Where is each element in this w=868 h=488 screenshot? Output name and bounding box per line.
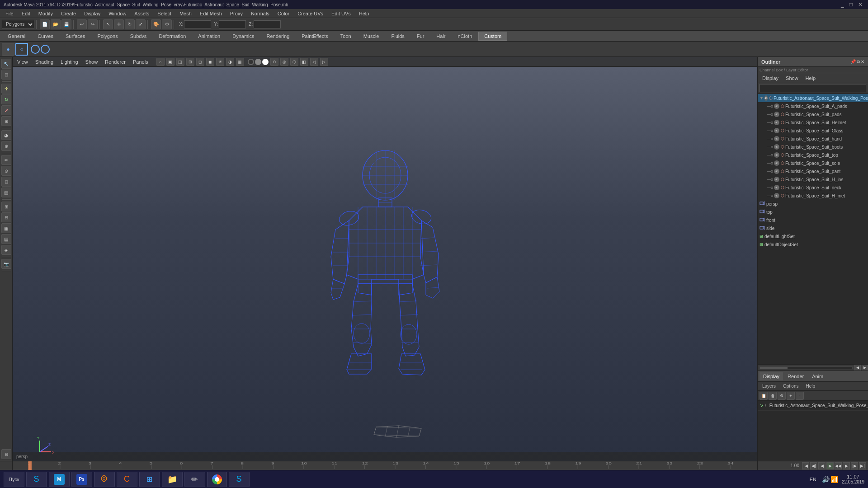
visibility-icon-13[interactable]: 👁	[774, 193, 779, 198]
visibility-icon-5[interactable]: 👁	[774, 128, 779, 133]
tab-deformation[interactable]: Deformation	[153, 32, 192, 41]
layer-attrs-btn[interactable]: ⚙	[778, 392, 786, 400]
layer-item-1[interactable]: V / Futuristic_Astronaut_Space_Suit_Walk…	[758, 401, 868, 411]
tree-item-pant[interactable]: —o 👁 ⬡ Futuristic_Space_Suit_pant	[758, 167, 868, 175]
tab-dynamics[interactable]: Dynamics	[226, 32, 260, 41]
move-tool-btn[interactable]: ✛	[114, 19, 124, 29]
prev-key-btn[interactable]: ◀|	[810, 462, 817, 469]
trax-editor-btn[interactable]: ▤	[1, 234, 11, 244]
tab-toon[interactable]: Toon	[335, 32, 357, 41]
vp-icon-step[interactable]: ◧	[300, 58, 308, 66]
blend-shape-btn[interactable]: ◈	[1, 245, 11, 255]
minimize-btn[interactable]: _	[839, 1, 846, 8]
visibility-icon-12[interactable]: 👁	[774, 185, 779, 190]
outliner-scroll-h[interactable]: ◀ ▶	[758, 364, 868, 371]
visibility-icon[interactable]: 👁	[764, 95, 768, 101]
layer-add-btn[interactable]: +	[787, 392, 795, 400]
undo-btn[interactable]: ↩	[77, 19, 87, 29]
outliner-search-input[interactable]	[760, 84, 866, 92]
menu-help[interactable]: Help	[355, 10, 373, 17]
close-btn[interactable]: ✕	[856, 1, 864, 8]
select-tool-btn[interactable]: ↖	[103, 19, 113, 29]
layer-tab-anim[interactable]: Anim	[808, 372, 827, 380]
graph-editor-btn[interactable]: ⊟	[1, 212, 11, 222]
render-btn[interactable]: 🎨	[151, 19, 161, 29]
outliner-float-btn[interactable]: ⧉	[857, 59, 860, 65]
render-region-btn[interactable]: ▨	[1, 188, 11, 197]
vp-icon-prev[interactable]: ◁	[310, 58, 318, 66]
tree-item-hmet[interactable]: —o 👁 ⬡ Futuristic_Space_Suit_H_met	[758, 192, 868, 200]
tab-hair[interactable]: Hair	[430, 32, 451, 41]
vp-menu-lighting[interactable]: Lighting	[58, 58, 81, 66]
go-end-btn[interactable]: ▶|	[859, 462, 866, 469]
y-input[interactable]	[219, 20, 246, 28]
play-btn[interactable]: ▶	[826, 462, 834, 469]
otab-show[interactable]: Show	[783, 75, 801, 82]
visibility-icon-11[interactable]: 👁	[774, 177, 779, 182]
rotate-btn[interactable]: ↻	[1, 94, 11, 104]
menu-proxy[interactable]: Proxy	[226, 10, 246, 17]
menu-normals[interactable]: Normals	[247, 10, 273, 17]
menu-file[interactable]: File	[2, 10, 17, 17]
outliner-pin-btn[interactable]: 📌	[850, 59, 856, 65]
vp-icon-cam[interactable]: ◫	[176, 58, 184, 66]
vp-menu-renderer[interactable]: Renderer	[102, 58, 128, 66]
menu-assets[interactable]: Assets	[131, 10, 153, 17]
visibility-icon-3[interactable]: 👁	[774, 112, 779, 117]
timeline-ruler[interactable]: 1 2 3 4 5 6 7 8 9	[13, 461, 757, 470]
menu-color[interactable]: Color	[274, 10, 293, 17]
layer-remove-btn[interactable]: -	[796, 392, 804, 400]
vp-icon-resolution[interactable]: ⊙	[270, 58, 278, 66]
open-file-btn[interactable]: 📂	[51, 19, 61, 29]
tree-item-persp[interactable]: persp	[758, 200, 868, 208]
tab-fur[interactable]: Fur	[411, 32, 430, 41]
tree-item-sole[interactable]: —o 👁 ⬡ Futuristic_Space_Suit_sole	[758, 159, 868, 167]
tab-muscle[interactable]: Muscle	[358, 32, 385, 41]
cloth-btn[interactable]: ⊟	[1, 177, 11, 187]
outliner-close-btn[interactable]: ✕	[861, 59, 864, 65]
tree-item-hand[interactable]: —o 👁 ⬡ Futuristic_Space_Suit_hand	[758, 135, 868, 143]
taskbar-skype-2[interactable]: S	[229, 472, 250, 487]
vp-icon-wireframe[interactable]: ◻	[196, 58, 204, 66]
maximize-btn[interactable]: □	[848, 1, 854, 8]
menu-create[interactable]: Create	[57, 10, 80, 17]
vp-menu-show[interactable]: Show	[83, 58, 101, 66]
vp-icon-texture[interactable]: ▦	[236, 58, 244, 66]
tree-item-top[interactable]: —o 👁 ⬡ Futuristic_Space_Suit_top	[758, 151, 868, 159]
tree-item-root[interactable]: ▼ 👁 ⬡ Futuristic_Astronaut_Space_Suit_Wa…	[758, 94, 868, 102]
taskbar-ps[interactable]: Ps	[71, 472, 92, 487]
vp-menu-panels[interactable]: Panels	[130, 58, 151, 66]
tree-item-apads[interactable]: —o 👁 ⬡ Futuristic_Space_Suit_A_pads	[758, 102, 868, 110]
save-file-btn[interactable]: 💾	[61, 19, 71, 29]
next-key-btn[interactable]: |▶	[851, 462, 858, 469]
sculpt-btn[interactable]: ⊙	[1, 166, 11, 176]
quick-layout-btn[interactable]: ⊟	[1, 449, 11, 459]
tab-ncloth[interactable]: nCloth	[452, 32, 478, 41]
z-input[interactable]	[254, 20, 281, 28]
vp-ball-3[interactable]	[262, 59, 269, 65]
scroll-left-btn[interactable]: ◀	[854, 365, 861, 371]
title-bar-controls[interactable]: _ □ ✕	[839, 1, 864, 8]
prev-frame-btn[interactable]: ◀	[818, 462, 826, 469]
visibility-icon-10[interactable]: 👁	[774, 169, 779, 174]
vp-ball-1[interactable]	[248, 59, 254, 65]
menu-window[interactable]: Window	[105, 10, 130, 17]
scale-tool-btn[interactable]: ⤢	[136, 19, 146, 29]
menu-select[interactable]: Select	[154, 10, 175, 17]
menu-modify[interactable]: Modify	[35, 10, 57, 17]
tab-curves[interactable]: Curves	[32, 32, 59, 41]
tab-general[interactable]: General	[2, 32, 31, 41]
play-reverse-btn[interactable]: ◀◀	[835, 462, 842, 469]
tree-item-hins[interactable]: —o 👁 ⬡ Futuristic_Space_Suit_H_ins	[758, 175, 868, 183]
layer-tab-render[interactable]: Render	[784, 372, 807, 380]
tab-animation[interactable]: Animation	[192, 32, 226, 41]
tree-item-side[interactable]: side	[758, 224, 868, 232]
tree-item-pads[interactable]: —o 👁 ⬡ Futuristic_Space_Suit_pads	[758, 110, 868, 118]
show-manip-btn[interactable]: ⊕	[1, 141, 11, 151]
shelf-icon-circle2[interactable]: ○	[15, 43, 28, 56]
tab-polygons[interactable]: Polygons	[91, 32, 123, 41]
visibility-icon-8[interactable]: 👁	[774, 152, 779, 158]
new-file-btn[interactable]: 📄	[40, 19, 50, 29]
vp-icon-isolate[interactable]: ◎	[280, 58, 288, 66]
visibility-icon-2[interactable]: 👁	[774, 103, 779, 109]
